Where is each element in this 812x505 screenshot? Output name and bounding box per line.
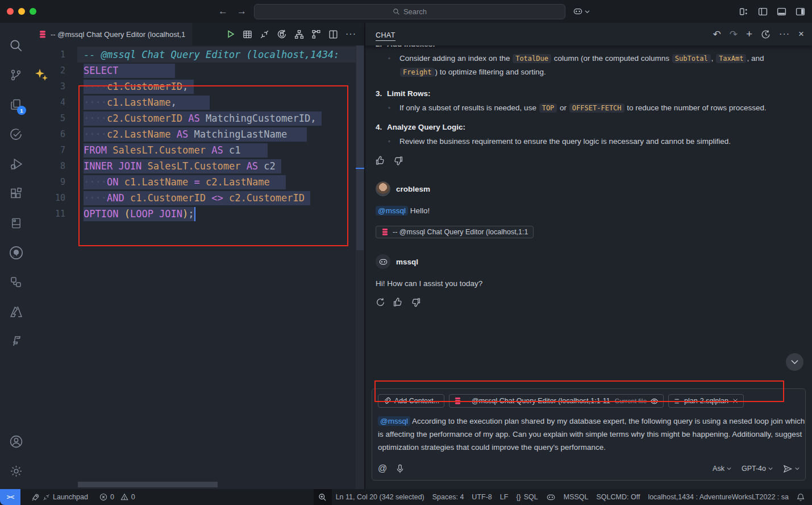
context-chip[interactable]: -- @mssql Chat Query Editor (localhost,1…: [449, 394, 664, 408]
chip-label: -- @mssql Chat Query Editor (localhost,1…: [465, 397, 610, 405]
launchpad-button[interactable]: Launchpad: [27, 489, 92, 505]
code-line[interactable]: 1-- @mssql Chat Query Editor (localhost,…: [32, 47, 354, 63]
code-editor[interactable]: 1-- @mssql Chat Query Editor (localhost,…: [32, 45, 364, 489]
history-icon[interactable]: [761, 30, 771, 39]
sidebar-item-github[interactable]: [2, 238, 30, 267]
results-grid-icon[interactable]: [243, 30, 252, 39]
sidebar-item-explorer[interactable]: 1: [2, 90, 30, 119]
sidebar-item-database[interactable]: [2, 208, 30, 238]
chat-header: CHAT ↶ ↷ + ··· ×: [365, 23, 812, 45]
explorer-badge: 1: [17, 106, 26, 115]
mode-dropdown[interactable]: Ask: [713, 465, 731, 473]
redo-icon[interactable]: ↷: [730, 28, 738, 40]
sidebar-item-fabric[interactable]: [2, 326, 30, 356]
rocket-icon: [31, 493, 40, 502]
code-line[interactable]: 10····AND c1.CustomerID <> c2.CustomerID: [32, 190, 354, 206]
chat-tab[interactable]: CHAT: [376, 27, 395, 41]
estimated-plan-icon[interactable]: [294, 30, 304, 39]
change-connection-icon[interactable]: [277, 29, 287, 39]
code-line[interactable]: 11OPTION (LOOP JOIN);: [32, 206, 354, 222]
connection-status[interactable]: localhost,1434 : AdventureWorksLT2022 : …: [644, 489, 793, 505]
retry-button[interactable]: [376, 297, 385, 307]
context-chip[interactable]: plan-2.sqlplan: [668, 394, 744, 408]
eye-icon[interactable]: [650, 397, 659, 405]
editor-vertical-scrollbar[interactable]: [356, 45, 364, 489]
search-input[interactable]: Search: [254, 4, 565, 19]
model-dropdown[interactable]: GPT-4o: [742, 465, 773, 473]
mic-icon[interactable]: [396, 464, 404, 474]
editor-horizontal-scrollbar[interactable]: [78, 482, 218, 487]
chat-input-box[interactable]: Add Context...-- @mssql Chat Query Edito…: [372, 388, 806, 481]
message-author: croblesm: [396, 185, 430, 193]
scroll-to-bottom-button[interactable]: [786, 353, 803, 371]
thumbs-down-button[interactable]: [393, 156, 403, 165]
mention-pill[interactable]: @mssql: [376, 206, 408, 216]
code-line[interactable]: 8INNER JOIN SalesLT.Customer AS c2: [32, 158, 354, 174]
code-line[interactable]: 7FROM SalesLT.Customer AS c1: [32, 142, 354, 158]
minimize-window-button[interactable]: [18, 8, 25, 15]
sqlcmd-status[interactable]: SQLCMD: Off: [593, 489, 644, 505]
file-reference-pill[interactable]: -- @mssql Chat Query Editor (localhost,1…: [376, 226, 534, 238]
close-window-button[interactable]: [7, 8, 14, 15]
inline-code: Freight: [400, 68, 435, 77]
chat-input-text[interactable]: @mssql According to the execution plan s…: [378, 415, 805, 454]
problems-button[interactable]: 0 0: [95, 489, 139, 505]
disconnect-icon[interactable]: [260, 30, 269, 39]
code-tokens: ····c2.LastName AS MatchingLastName: [84, 127, 287, 142]
eol[interactable]: LF: [496, 489, 513, 505]
run-query-button[interactable]: [226, 30, 235, 39]
zoom-status-button[interactable]: [314, 489, 332, 505]
forward-icon[interactable]: →: [237, 6, 247, 17]
code-line[interactable]: 2SELECT: [32, 63, 354, 78]
sidebar-item-extensions[interactable]: [2, 179, 30, 208]
copilot-menu[interactable]: [573, 0, 590, 23]
editor-tab[interactable]: -- @mssql Chat Query Editor (localhost,1: [32, 23, 192, 45]
actual-plan-icon[interactable]: [311, 30, 321, 39]
customize-layout-icon[interactable]: [739, 7, 749, 16]
sidebar-item-run-debug[interactable]: [2, 149, 30, 179]
toggle-primary-sidebar-icon[interactable]: [758, 7, 768, 16]
language-mode[interactable]: {}SQL: [512, 489, 542, 505]
code-line[interactable]: 9····ON c1.LastName = c2.LastName: [32, 174, 354, 190]
settings-button[interactable]: [2, 456, 30, 486]
sidebar-item-search[interactable]: [2, 31, 30, 60]
remote-indicator[interactable]: ><: [0, 489, 20, 505]
scrollbar-slider[interactable]: [356, 45, 364, 250]
maximize-window-button[interactable]: [30, 8, 36, 15]
code-line[interactable]: 6····c2.LastName AS MatchingLastName: [32, 126, 354, 142]
chat-more-icon[interactable]: ···: [779, 29, 790, 39]
toggle-panel-icon[interactable]: [777, 7, 786, 16]
thumbs-up-button[interactable]: [393, 297, 403, 307]
thumbs-down-button[interactable]: [411, 297, 420, 307]
sidebar-item-tasks[interactable]: [2, 119, 30, 149]
mention-pill[interactable]: @mssql: [378, 416, 410, 426]
new-chat-icon[interactable]: +: [746, 28, 752, 40]
code-line[interactable]: 4····c1.LastName,: [32, 94, 354, 110]
split-editor-icon[interactable]: [328, 30, 338, 39]
toggle-secondary-sidebar-icon[interactable]: [796, 7, 805, 16]
paperclip-icon: [383, 397, 391, 405]
code-line[interactable]: 5····c2.CustomerID AS MatchingCustomerID…: [32, 110, 354, 126]
copilot-status[interactable]: [542, 489, 560, 505]
close-icon[interactable]: [732, 398, 739, 404]
send-button[interactable]: [783, 465, 799, 473]
undo-icon[interactable]: ↶: [713, 28, 721, 40]
more-actions-button[interactable]: ···: [345, 29, 356, 39]
text-segment: or: [557, 104, 569, 112]
sidebar-item-azure[interactable]: [2, 297, 30, 326]
context-chip[interactable]: Add Context...: [378, 394, 444, 408]
code-line[interactable]: 3····c1.CustomerID,: [32, 78, 354, 94]
mention-icon[interactable]: @: [378, 463, 387, 474]
cursor-position[interactable]: Ln 11, Col 20 (342 selected): [332, 489, 428, 505]
thumbs-up-button[interactable]: [376, 156, 385, 165]
copilot-sparkle-icon[interactable]: [35, 68, 48, 82]
sidebar-item-source-control[interactable]: [2, 60, 30, 90]
encoding[interactable]: UTF-8: [468, 489, 495, 505]
sidebar-item-connections[interactable]: [2, 267, 30, 297]
chat-close-icon[interactable]: ×: [798, 28, 804, 40]
accounts-button[interactable]: [2, 427, 30, 456]
notifications-button[interactable]: [793, 489, 809, 505]
mssql-status[interactable]: MSSQL: [560, 489, 593, 505]
back-icon[interactable]: ←: [218, 6, 228, 17]
indentation[interactable]: Spaces: 4: [428, 489, 468, 505]
